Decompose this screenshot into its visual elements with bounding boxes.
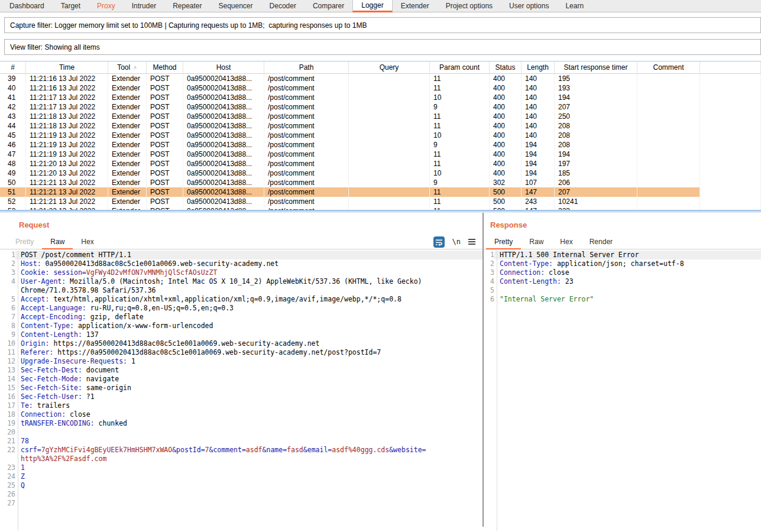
cell-time: 11:21:18 13 Jul 2022: [26, 121, 108, 131]
sort-ascending-icon: ∧: [133, 64, 137, 70]
response-tab-render[interactable]: Render: [581, 235, 621, 249]
response-tab-pretty[interactable]: Pretty: [486, 235, 521, 249]
capture-filter-bar[interactable]: Capture filter: Logger memory limit set …: [4, 17, 761, 33]
line-content: Referer: https://0a9500020413d88ac08c5c1…: [15, 348, 482, 357]
cell-num: 46: [0, 140, 26, 150]
cell-start-response-timer: 223: [555, 206, 637, 210]
column-header-time[interactable]: Time: [26, 61, 108, 73]
tab-learn[interactable]: Learn: [557, 0, 592, 12]
column-header-query[interactable]: Query: [349, 61, 430, 73]
cell-status: 400: [490, 121, 522, 131]
editor-menu-icon[interactable]: [468, 239, 475, 245]
table-row[interactable]: 4511:21:19 13 Jul 2022ExtenderPOST0a9500…: [0, 131, 761, 140]
table-row[interactable]: 4011:21:16 13 Jul 2022ExtenderPOST0a9500…: [0, 83, 761, 93]
cell-param-count: 11: [430, 121, 490, 131]
table-row[interactable]: 4811:21:20 13 Jul 2022ExtenderPOST0a9500…: [0, 159, 761, 168]
cell-start-response-timer: 197: [555, 159, 637, 168]
table-row[interactable]: 5211:21:21 13 Jul 2022ExtenderPOST0a9500…: [0, 197, 761, 206]
line-content: Z: [15, 472, 482, 481]
cell-status: 400: [490, 168, 522, 178]
newline-characters-icon[interactable]: \n: [452, 238, 461, 246]
cell-filler: [700, 150, 761, 159]
cell-path: /post/comment: [264, 168, 349, 178]
table-row[interactable]: 4611:21:19 13 Jul 2022ExtenderPOST0a9500…: [0, 140, 761, 150]
column-header-method[interactable]: Method: [147, 61, 183, 73]
cell-comment: [637, 168, 700, 178]
line-content: Accept-Language: ru-RU,ru;q=0.8,en-US;q=…: [15, 304, 482, 313]
table-row[interactable]: 3911:21:16 13 Jul 2022ExtenderPOST0a9500…: [0, 74, 761, 83]
cell-method: POST: [147, 159, 183, 168]
cell-length: 147: [522, 206, 555, 210]
editor-line: 1HTTP/1.1 500 Internal Server Error: [484, 251, 761, 259]
cell-query: [349, 131, 430, 140]
column-header-comment[interactable]: Comment: [637, 61, 700, 73]
table-row[interactable]: 4311:21:18 13 Jul 2022ExtenderPOST0a9500…: [0, 112, 761, 121]
response-editor[interactable]: 1HTTP/1.1 500 Internal Server Error2Cont…: [484, 251, 761, 532]
line-content: User-Agent: Mozilla/5.0 (Macintosh; Inte…: [15, 277, 482, 286]
request-editor[interactable]: 1POST /post/comment HTTP/1.12Host: 0a950…: [0, 251, 482, 532]
table-row[interactable]: 5311:21:22 13 Jul 2022ExtenderPOST0a9500…: [0, 206, 761, 210]
message-editors: Request PrettyRawHex \n 1POST /post/comm…: [0, 213, 761, 527]
tab-sequencer[interactable]: Sequencer: [211, 0, 261, 12]
request-tab-raw[interactable]: Raw: [42, 235, 73, 249]
tab-dashboard[interactable]: Dashboard: [1, 0, 53, 12]
response-tab-hex[interactable]: Hex: [552, 235, 581, 249]
view-filter-bar[interactable]: View filter: Showing all items: [4, 39, 761, 55]
table-row[interactable]: 5011:21:21 13 Jul 2022ExtenderPOST0a9500…: [0, 178, 761, 187]
tab-comparer[interactable]: Comparer: [305, 0, 352, 12]
column-header-path[interactable]: Path: [264, 61, 349, 73]
cell-param-count: 11: [430, 197, 490, 206]
line-content: Te: trailers: [15, 401, 482, 410]
table-row[interactable]: 4711:21:19 13 Jul 2022ExtenderPOST0a9500…: [0, 150, 761, 159]
table-row[interactable]: 4911:21:20 13 Jul 2022ExtenderPOST0a9500…: [0, 168, 761, 178]
line-content: Content-Type: application/x-www-form-url…: [15, 322, 482, 330]
log-table-body: 3911:21:16 13 Jul 2022ExtenderPOST0a9500…: [0, 74, 761, 210]
column-header-param-count[interactable]: Param count: [430, 61, 490, 73]
cell-comment: [637, 102, 700, 112]
column-header-length[interactable]: Length: [522, 61, 555, 73]
cell-length: 140: [522, 112, 555, 121]
table-row[interactable]: 5111:21:21 13 Jul 2022ExtenderPOST0a9500…: [0, 187, 761, 197]
line-number: 1: [484, 251, 494, 259]
cell-status: 400: [490, 159, 522, 168]
table-row[interactable]: 4111:21:17 13 Jul 2022ExtenderPOST0a9500…: [0, 93, 761, 102]
cell-length: 147: [522, 187, 555, 197]
cell-query: [349, 121, 430, 131]
line-number: 5: [0, 295, 15, 304]
response-tab-raw[interactable]: Raw: [521, 235, 552, 249]
tab-target[interactable]: Target: [53, 0, 89, 12]
tab-user-options[interactable]: User options: [501, 0, 557, 12]
word-wrap-icon[interactable]: [433, 236, 445, 248]
tab-decoder[interactable]: Decoder: [261, 0, 305, 12]
editor-line: 11Referer: https://0a9500020413d88ac08c5…: [0, 348, 482, 357]
cell-time: 11:21:20 13 Jul 2022: [26, 159, 108, 168]
request-tab-pretty[interactable]: Pretty: [7, 235, 42, 249]
cell-method: POST: [147, 74, 183, 83]
column-header-[interactable]: #: [0, 61, 26, 73]
cell-method: POST: [147, 178, 183, 187]
tab-proxy[interactable]: Proxy: [89, 0, 124, 12]
line-number: 8: [0, 322, 15, 330]
cell-num: 53: [0, 206, 26, 210]
cell-start-response-timer: 208: [555, 121, 637, 131]
cell-length: 194: [522, 168, 555, 178]
request-tab-hex[interactable]: Hex: [73, 235, 102, 249]
column-header-start-response-timer[interactable]: Start response timer: [555, 61, 637, 73]
column-header-host[interactable]: Host: [183, 61, 264, 73]
cell-num: 42: [0, 102, 26, 112]
tab-repeater[interactable]: Repeater: [164, 0, 210, 12]
cell-path: /post/comment: [264, 83, 349, 93]
table-row[interactable]: 4211:21:17 13 Jul 2022ExtenderPOST0a9500…: [0, 102, 761, 112]
line-number: 16: [0, 392, 15, 401]
line-content: Content-Length: 23: [494, 277, 761, 286]
log-table: #TimeTool∧MethodHostPathQueryParam count…: [0, 61, 761, 210]
tab-project-options[interactable]: Project options: [438, 0, 501, 12]
table-row[interactable]: 4411:21:18 13 Jul 2022ExtenderPOST0a9500…: [0, 121, 761, 131]
cell-tool: Extender: [108, 206, 147, 210]
tab-intruder[interactable]: Intruder: [124, 0, 164, 12]
column-header-status[interactable]: Status: [490, 61, 522, 73]
line-number: 19: [0, 419, 15, 428]
tab-extender[interactable]: Extender: [393, 0, 438, 12]
tab-logger[interactable]: Logger: [352, 0, 392, 12]
column-header-tool[interactable]: Tool∧: [108, 61, 147, 73]
